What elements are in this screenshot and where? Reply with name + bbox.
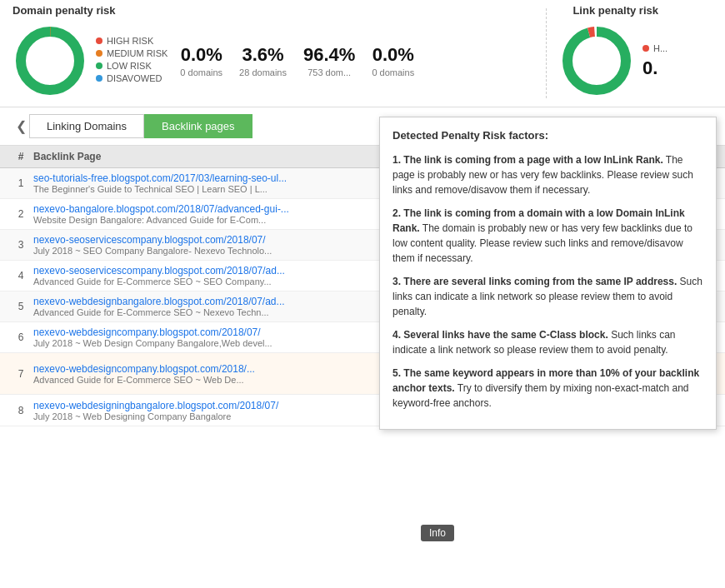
row-num-4: 4 <box>8 270 33 282</box>
low-risk-value: 96.4% <box>303 44 355 66</box>
penalty-num-4: 4. <box>392 329 403 341</box>
link-high-dot <box>642 45 649 52</box>
row-num-3: 3 <box>8 239 33 251</box>
low-risk-label: LOW RISK <box>107 61 152 71</box>
disavowed-stat: 0.0% 0 domains <box>372 44 414 78</box>
nav-prev-arrow[interactable]: ❮ <box>12 118 29 135</box>
medium-risk-dot <box>96 50 102 57</box>
legend-disavowed: DISAVOWED <box>96 73 168 83</box>
domain-risk-section: HIGH RISK MEDIUM RISK LOW RISK DISAVOWED… <box>12 8 546 98</box>
row-num-7: 7 <box>8 368 33 380</box>
domain-stats: 0.0% 0 domains 3.6% 28 domains 96.4% 753… <box>180 44 431 78</box>
medium-risk-domains: 28 domains <box>239 67 287 77</box>
row-num-5: 5 <box>8 301 33 312</box>
disavowed-label: DISAVOWED <box>107 73 162 83</box>
domain-risk-title: Domain penalty risk <box>12 4 116 17</box>
link-donut-chart <box>559 23 634 98</box>
penalty-bold-4: Several links have the same C-Class bloc… <box>403 329 608 341</box>
penalty-num-5: 5. <box>392 367 403 379</box>
penalty-num-1: 1. <box>392 154 403 166</box>
link-risk-section: H... 0. <box>546 8 712 98</box>
penalty-num-2: 2. <box>392 207 403 219</box>
penalty-item-3: 3. There are several links coming from t… <box>392 274 703 319</box>
link-stat-value-container: 0. <box>642 57 668 79</box>
disavowed-dot <box>96 75 102 82</box>
penalty-num-3: 3. <box>392 276 403 287</box>
medium-risk-label: MEDIUM RISK <box>107 48 168 58</box>
penalty-bold-3: There are several links coming from the … <box>403 276 677 287</box>
penalty-popup-title: Detected Penalty Risk factors: <box>392 127 703 144</box>
penalty-item-5: 5. The same keyword appears in more than… <box>392 366 703 411</box>
row-num-1: 1 <box>8 177 33 189</box>
legend-high: HIGH RISK <box>96 36 168 46</box>
domain-donut-chart <box>12 23 88 98</box>
low-risk-domains: 753 dom... <box>308 67 351 77</box>
penalty-item-4: 4. Several links have the same C-Class b… <box>392 327 703 357</box>
stats-area: Domain penalty risk Link penalty risk HI… <box>0 0 725 107</box>
penalty-popup: Detected Penalty Risk factors: 1. The li… <box>379 117 717 430</box>
svg-point-2 <box>568 32 626 90</box>
high-risk-value: 0.0% <box>180 44 222 66</box>
penalty-text-2: The domain is probably new or has very f… <box>392 222 692 264</box>
medium-risk-value: 3.6% <box>239 44 287 66</box>
disavowed-domains: 0 domains <box>372 67 414 77</box>
link-stat-value: 0. <box>642 57 658 78</box>
tab-linking-domains[interactable]: Linking Domains <box>29 114 144 138</box>
row-num-6: 6 <box>8 331 33 343</box>
high-risk-stat: 0.0% 0 domains <box>180 44 222 78</box>
high-risk-label: HIGH RISK <box>107 36 153 46</box>
penalty-bold-1: The link is coming from a page with a lo… <box>403 154 662 166</box>
medium-risk-stat: 3.6% 28 domains <box>239 44 287 78</box>
high-risk-domains: 0 domains <box>180 67 222 77</box>
legend-medium: MEDIUM RISK <box>96 48 168 58</box>
penalty-item-1: 1. The link is coming from a page with a… <box>392 152 703 197</box>
low-risk-dot <box>96 62 102 69</box>
link-legend-high: H... <box>642 43 668 53</box>
row-num-2: 2 <box>8 208 33 220</box>
row-num-8: 8 <box>8 405 33 416</box>
link-stats: H... 0. <box>642 43 668 79</box>
tab-backlink-pages[interactable]: Backlink pages <box>144 114 252 138</box>
info-tooltip: Info <box>421 525 454 541</box>
col-header-num: # <box>8 151 33 162</box>
disavowed-value: 0.0% <box>372 44 414 66</box>
penalty-item-2: 2. The link is coming from a domain with… <box>392 206 703 266</box>
high-risk-dot <box>96 37 102 44</box>
risk-legend: HIGH RISK MEDIUM RISK LOW RISK DISAVOWED <box>96 36 168 86</box>
link-risk-title: Link penalty risk <box>572 4 658 17</box>
legend-low: LOW RISK <box>96 61 168 71</box>
svg-point-0 <box>21 32 79 90</box>
link-high-label: H... <box>653 43 668 53</box>
low-risk-stat: 96.4% 753 dom... <box>303 44 355 78</box>
